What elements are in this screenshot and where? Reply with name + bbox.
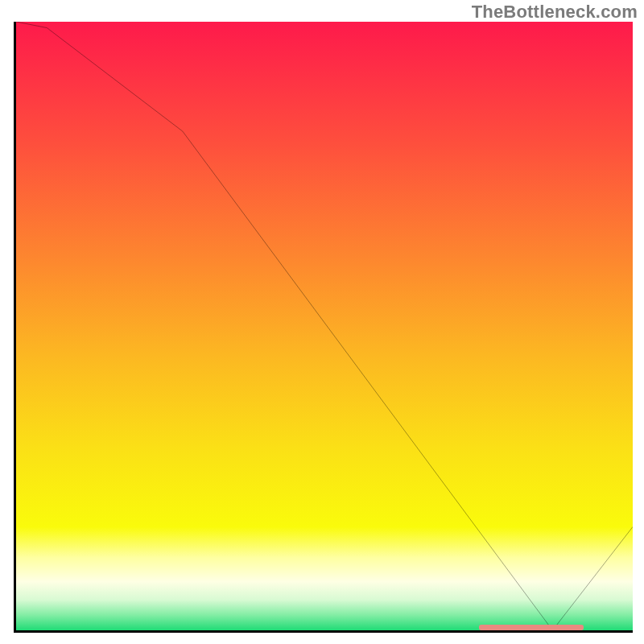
watermark-label: TheBottleneck.com xyxy=(472,2,638,23)
optimal-band-marker xyxy=(479,625,584,630)
chart-area xyxy=(14,22,633,633)
chart-line xyxy=(16,22,633,630)
